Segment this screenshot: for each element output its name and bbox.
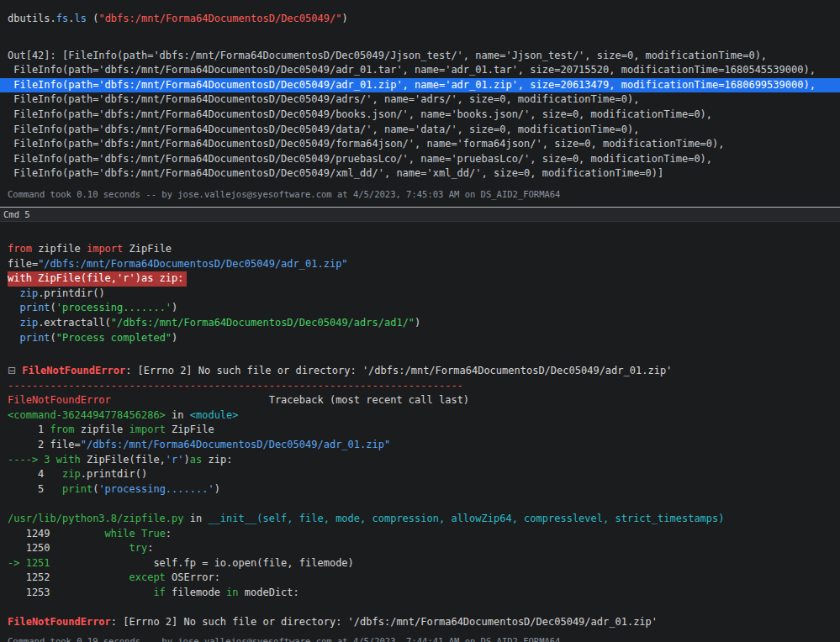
token: in — [184, 513, 209, 524]
cmd-bar[interactable]: Cmd 5 — [0, 208, 840, 222]
token: with ZipFile(file,'r')as zip: — [8, 272, 184, 284]
traceback-line: ----> 3 with ZipFile(file,'r')as zip: — [0, 453, 840, 468]
token: : [Errno 2] No such file or directory: '… — [111, 616, 658, 628]
token: fs — [56, 13, 68, 24]
token: filemode — [166, 587, 226, 598]
token — [8, 497, 13, 509]
token: ZipFile — [166, 424, 214, 435]
token: "dbfs:/mnt/Forma64DocumentosD/Dec05049/" — [98, 13, 341, 24]
token: : — [147, 542, 153, 554]
token: zip: — [202, 454, 232, 466]
token: zip — [19, 317, 38, 329]
token: from — [50, 424, 75, 435]
command-cell-5: from zipfile import ZipFilefile="/dbfs:/… — [0, 242, 840, 642]
token: "/dbfs:/mnt/Forma64DocumentosD/Dec05049/… — [111, 317, 415, 329]
token: ( — [50, 302, 56, 313]
output-line: FileInfo(path='dbfs:/mnt/Forma64Document… — [0, 108, 840, 123]
token: while — [105, 528, 135, 539]
token: "Process completed" — [56, 332, 172, 344]
token: print — [19, 302, 50, 313]
command-cell-4: dbutils.fs.ls ("dbfs:/mnt/Forma64Documen… — [0, 12, 840, 200]
token: zip — [19, 287, 38, 299]
traceback-line: -> 1251 self.fp = io.open(file, filemode… — [0, 556, 840, 571]
token: : [Errno 2] No such file or directory: '… — [125, 365, 672, 376]
token: FileInfo(path='dbfs:/mnt/Forma64Document… — [8, 138, 725, 150]
token: except — [129, 571, 166, 583]
token: from — [8, 243, 32, 255]
token — [8, 602, 13, 613]
code-line[interactable]: zip.extractall("/dbfs:/mnt/Forma64Docume… — [0, 316, 840, 331]
code-line[interactable]: print("Process completed") — [0, 331, 840, 346]
traceback-line: 5 print('processing.......') — [0, 482, 840, 497]
traceback-line: 1252 except OSError: — [0, 571, 840, 586]
output-line: Out[42]: [FileInfo(path='dbfs:/mnt/Forma… — [0, 49, 840, 64]
token: True — [141, 528, 166, 539]
token: in — [166, 409, 190, 421]
collapse-icon[interactable]: ⊟ — [8, 365, 16, 376]
token: -> 1251 — [8, 557, 50, 569]
token: in — [226, 587, 238, 598]
token: if — [153, 587, 165, 598]
code-line[interactable]: zip.printdir() — [0, 287, 840, 302]
token — [8, 287, 19, 299]
token: ( — [87, 13, 98, 24]
traceback-line: 4 zip.printdir() — [0, 467, 840, 482]
token: import — [129, 424, 166, 435]
token: .extractall( — [38, 317, 111, 329]
token: ZipFile — [123, 243, 172, 255]
traceback-line: 1250 try: — [0, 541, 840, 556]
output-line: FileInfo(path='dbfs:/mnt/Forma64Document… — [0, 137, 840, 152]
output-line: FileInfo(path='dbfs:/mnt/Forma64Document… — [0, 152, 840, 167]
token: FileInfo(path='dbfs:/mnt/Forma64Document… — [8, 108, 712, 120]
token: FileInfo(path='dbfs:/mnt/Forma64Document… — [8, 124, 639, 135]
token: FileInfo(path='dbfs:/mnt/Forma64Document… — [8, 64, 816, 76]
token: print — [62, 483, 92, 495]
command-result-4: Out[42]: [FileInfo(path='dbfs:/mnt/Forma… — [0, 49, 840, 182]
traceback-line: 2 file="/dbfs:/mnt/Forma64DocumentosD/De… — [0, 438, 840, 453]
code-line[interactable]: print('processing.......') — [0, 301, 840, 316]
token: FileInfo(path='dbfs:/mnt/Forma64Document… — [8, 79, 816, 91]
token: 1252 — [8, 571, 129, 583]
traceback-line: FileNotFoundError: [Errno 2] No such fil… — [0, 615, 840, 630]
token: Traceback (most recent call last) — [111, 394, 469, 406]
command-status-5: Command took 0.19 seconds -- by jose.val… — [0, 635, 840, 642]
traceback-line: 1253 if filemode in modeDict: — [0, 586, 840, 601]
token: ) — [184, 454, 190, 466]
token: try — [129, 542, 148, 554]
token: Out[42]: [FileInfo(path='dbfs:/mnt/Forma… — [8, 50, 767, 61]
output-line: FileInfo(path='dbfs:/mnt/Forma64Document… — [0, 123, 840, 138]
token: <module> — [190, 409, 239, 421]
token: ----> 3 with — [8, 454, 81, 466]
error-output-5: ⊟ FileNotFoundError: [Errno 2] No such f… — [0, 364, 840, 630]
token: import — [87, 243, 123, 255]
code-editor-5[interactable]: from zipfile import ZipFilefile="/dbfs:/… — [0, 242, 840, 345]
token: ( — [50, 332, 56, 344]
token: ZipFile(file, — [81, 454, 166, 466]
token: .printdir() — [81, 468, 147, 480]
token — [8, 332, 19, 344]
output-line-selected[interactable]: FileInfo(path='dbfs:/mnt/Forma64Document… — [0, 78, 840, 93]
traceback-line: FileNotFoundError Traceback (most recent… — [0, 393, 840, 408]
token: "/dbfs:/mnt/Forma64DocumentosD/Dec05049/… — [38, 258, 347, 270]
token: 'processing.......' — [98, 483, 214, 495]
traceback-line: <command-3624494778456286> in <module> — [0, 408, 840, 424]
traceback-line — [0, 601, 840, 616]
token — [8, 317, 19, 329]
token: OSError: — [166, 571, 220, 583]
token: . — [50, 13, 56, 24]
code-line[interactable]: from zipfile import ZipFile — [0, 242, 840, 257]
output-line: FileInfo(path='dbfs:/mnt/Forma64Document… — [0, 166, 840, 182]
token: print — [19, 332, 50, 344]
error-highlight-line[interactable]: with ZipFile(file,'r')as zip: — [8, 271, 187, 287]
token: dbutils — [8, 13, 50, 24]
token: <command-3624494778456286> — [8, 409, 166, 421]
token — [8, 302, 19, 313]
token: FileInfo(path='dbfs:/mnt/Forma64Document… — [8, 153, 712, 165]
token: . — [68, 13, 74, 24]
error-summary: ⊟ FileNotFoundError: [Errno 2] No such f… — [0, 364, 840, 379]
token: .printdir() — [38, 287, 104, 299]
code-editor-4[interactable]: dbutils.fs.ls ("dbfs:/mnt/Forma64Documen… — [0, 12, 840, 27]
code-line[interactable]: dbutils.fs.ls ("dbfs:/mnt/Forma64Documen… — [0, 12, 840, 27]
code-line[interactable]: file="/dbfs:/mnt/Forma64DocumentosD/Dec0… — [0, 257, 840, 272]
token: "/dbfs:/mnt/Forma64DocumentosD/Dec05049/… — [81, 439, 390, 450]
